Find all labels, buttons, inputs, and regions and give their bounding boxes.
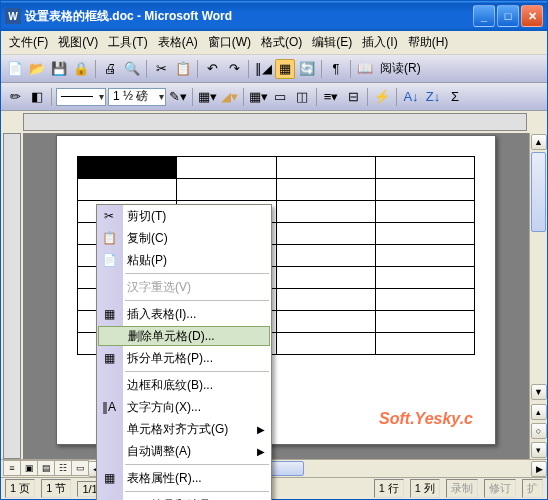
next-page-button[interactable]: ▾ bbox=[531, 442, 547, 458]
submenu-arrow-icon: ▶ bbox=[257, 446, 265, 457]
normal-view-button[interactable]: ≡ bbox=[3, 460, 21, 476]
split-icon: ▦ bbox=[101, 350, 117, 366]
merge-cells-button[interactable]: ▭ bbox=[270, 87, 290, 107]
prev-page-button[interactable]: ▴ bbox=[531, 404, 547, 420]
statusbar: 1 页 1 节 1/1 1 行 1 列 录制 修订 扩 bbox=[1, 477, 547, 499]
permission-button[interactable]: 🔒 bbox=[71, 59, 91, 79]
pen-color-button[interactable]: ✎▾ bbox=[168, 87, 188, 107]
ctx-text-direction[interactable]: ‖A文字方向(X)... bbox=[97, 396, 271, 418]
menu-insert[interactable]: 插入(I) bbox=[358, 32, 401, 53]
line-style-combo[interactable] bbox=[56, 88, 106, 106]
autosum-button[interactable]: Σ bbox=[445, 87, 465, 107]
border-button[interactable]: ▦▾ bbox=[197, 87, 217, 107]
menu-help[interactable]: 帮助(H) bbox=[404, 32, 453, 53]
window-title: 设置表格的框线.doc - Microsoft Word bbox=[25, 8, 473, 25]
status-page: 1 页 bbox=[5, 479, 35, 498]
eraser-button[interactable]: ◧ bbox=[27, 87, 47, 107]
ctx-autofit[interactable]: 自动调整(A)▶ bbox=[97, 440, 271, 462]
horizontal-ruler[interactable] bbox=[23, 113, 527, 131]
preview-button[interactable]: 🔍 bbox=[122, 59, 142, 79]
ctx-copy[interactable]: 📋复制(C) bbox=[97, 227, 271, 249]
minimize-button[interactable]: _ bbox=[473, 5, 495, 27]
table-toolbar: ✏ ◧ 1 ½ 磅 ✎▾ ▦▾ ◢▾ ▦▾ ▭ ◫ ≡▾ ⊟ ⚡ A↓ Z↓ Σ bbox=[1, 83, 547, 111]
menubar: 文件(F) 视图(V) 工具(T) 表格(A) 窗口(W) 格式(O) 编辑(E… bbox=[1, 31, 547, 55]
redo-button[interactable]: ↷ bbox=[224, 59, 244, 79]
align-button[interactable]: ≡▾ bbox=[321, 87, 341, 107]
grid-icon: ▦ bbox=[101, 306, 117, 322]
vertical-ruler[interactable] bbox=[3, 133, 21, 459]
refresh-button[interactable]: 🔄 bbox=[297, 59, 317, 79]
read-icon[interactable]: 📖 bbox=[355, 59, 375, 79]
insert-table-button[interactable]: ▦▾ bbox=[248, 87, 268, 107]
ctx-cell-align[interactable]: 单元格对齐方式(G)▶ bbox=[97, 418, 271, 440]
menu-format[interactable]: 格式(O) bbox=[257, 32, 306, 53]
ctx-sep3 bbox=[125, 371, 269, 372]
pilcrow-button[interactable]: ¶ bbox=[326, 59, 346, 79]
menu-view[interactable]: 视图(V) bbox=[54, 32, 102, 53]
view-mode-buttons: ≡ ▣ ▤ ☷ ▭ bbox=[1, 460, 88, 477]
split-cells-button[interactable]: ◫ bbox=[292, 87, 312, 107]
browse-object-button[interactable]: ○ bbox=[531, 423, 547, 439]
grid-button[interactable]: ▦ bbox=[275, 59, 295, 79]
menu-edit[interactable]: 编辑(E) bbox=[308, 32, 356, 53]
ctx-hanzi: 汉字重选(V) bbox=[97, 276, 271, 298]
ruler-button[interactable]: ‖◢ bbox=[253, 59, 273, 79]
autoformat-button[interactable]: ⚡ bbox=[372, 87, 392, 107]
ctx-split-label: 拆分单元格(P)... bbox=[127, 350, 213, 367]
ctx-cut[interactable]: ✂剪切(T) bbox=[97, 205, 271, 227]
sort-desc-button[interactable]: Z↓ bbox=[423, 87, 443, 107]
paste-icon: 📄 bbox=[101, 252, 117, 268]
status-rec: 录制 bbox=[446, 479, 478, 498]
ctx-paste[interactable]: 📄粘贴(P) bbox=[97, 249, 271, 271]
menu-tool[interactable]: 工具(T) bbox=[104, 32, 151, 53]
menu-window[interactable]: 窗口(W) bbox=[204, 32, 255, 53]
cut-button[interactable]: ✂ bbox=[151, 59, 171, 79]
status-section: 1 节 bbox=[41, 479, 71, 498]
standard-toolbar: 📄 📂 💾 🔒 🖨 🔍 ✂ 📋 ↶ ↷ ‖◢ ▦ 🔄 ¶ 📖 阅读(R) bbox=[1, 55, 547, 83]
shading-button[interactable]: ◢▾ bbox=[219, 87, 239, 107]
text-dir-icon: ‖A bbox=[101, 399, 117, 415]
ctx-borders[interactable]: 边框和底纹(B)... bbox=[97, 374, 271, 396]
vertical-scrollbar[interactable]: ▲ ▼ ▴ ○ ▾ bbox=[529, 133, 547, 459]
line-weight-combo[interactable]: 1 ½ 磅 bbox=[108, 88, 166, 106]
print-button[interactable]: 🖨 bbox=[100, 59, 120, 79]
ctx-hanzi-label: 汉字重选(V) bbox=[127, 279, 191, 296]
watermark: Soft.Yesky.c bbox=[379, 410, 473, 428]
reading-view-button[interactable]: ▭ bbox=[71, 460, 89, 476]
save-button[interactable]: 💾 bbox=[49, 59, 69, 79]
ctx-copy-label: 复制(C) bbox=[127, 230, 168, 247]
ctx-table-props[interactable]: ▦表格属性(R)... bbox=[97, 467, 271, 489]
ctx-bullets[interactable]: ≣项目符号和编号(N)... bbox=[97, 494, 271, 500]
ctx-split-cells[interactable]: ▦拆分单元格(P)... bbox=[97, 347, 271, 369]
ctx-insert-table[interactable]: ▦插入表格(I)... bbox=[97, 303, 271, 325]
outline-view-button[interactable]: ☷ bbox=[54, 460, 72, 476]
draw-table-button[interactable]: ✏ bbox=[5, 87, 25, 107]
print-layout-button[interactable]: ▤ bbox=[37, 460, 55, 476]
ctx-autofit-label: 自动调整(A) bbox=[127, 443, 191, 460]
titlebar: W 设置表格的框线.doc - Microsoft Word _ □ ✕ bbox=[1, 1, 547, 31]
ctx-delete-label: 删除单元格(D)... bbox=[128, 328, 215, 345]
web-view-button[interactable]: ▣ bbox=[20, 460, 38, 476]
copy-icon: 📋 bbox=[101, 230, 117, 246]
scroll-down-button[interactable]: ▼ bbox=[531, 384, 547, 400]
dist-rows-button[interactable]: ⊟ bbox=[343, 87, 363, 107]
vscroll-thumb[interactable] bbox=[531, 152, 546, 232]
app-window: W 设置表格的框线.doc - Microsoft Word _ □ ✕ 文件(… bbox=[0, 0, 548, 500]
sort-asc-button[interactable]: A↓ bbox=[401, 87, 421, 107]
menu-table[interactable]: 表格(A) bbox=[154, 32, 202, 53]
menu-file[interactable]: 文件(F) bbox=[5, 32, 52, 53]
status-line: 1 行 bbox=[374, 479, 404, 498]
maximize-button[interactable]: □ bbox=[497, 5, 519, 27]
read-label[interactable]: 阅读(R) bbox=[377, 60, 424, 77]
paste-button[interactable]: 📋 bbox=[173, 59, 193, 79]
ctx-sep2 bbox=[125, 300, 269, 301]
undo-button[interactable]: ↶ bbox=[202, 59, 222, 79]
open-button[interactable]: 📂 bbox=[27, 59, 47, 79]
ctx-delete-cells[interactable]: 删除单元格(D)... bbox=[98, 326, 270, 346]
cut-icon: ✂ bbox=[101, 208, 117, 224]
scroll-right-button[interactable]: ▶ bbox=[531, 461, 547, 477]
scroll-up-button[interactable]: ▲ bbox=[531, 134, 547, 150]
new-doc-button[interactable]: 📄 bbox=[5, 59, 25, 79]
close-button[interactable]: ✕ bbox=[521, 5, 543, 27]
line-weight-value: 1 ½ 磅 bbox=[113, 88, 148, 105]
